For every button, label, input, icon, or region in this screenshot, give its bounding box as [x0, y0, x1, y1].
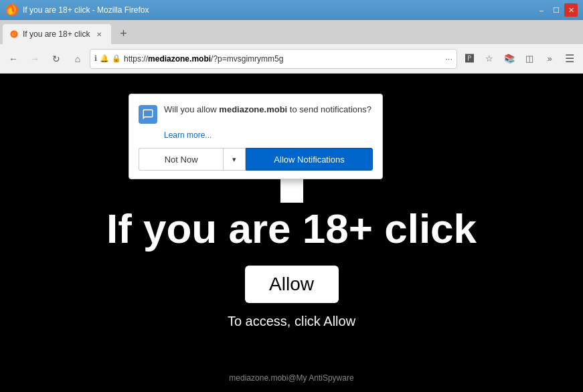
- active-tab[interactable]: If you are 18+ click ✕: [3, 24, 111, 44]
- bookmark-button[interactable]: ☆: [480, 50, 499, 68]
- allow-notifications-button[interactable]: Allow Notifications: [246, 148, 373, 171]
- main-heading: If you are 18+ click: [106, 206, 477, 252]
- tab-favicon-icon: [9, 29, 19, 39]
- url-bar[interactable]: ℹ 🔔 🔒 https://mediazone.mobi/?p=mvsgimry…: [90, 49, 457, 69]
- new-tab-button[interactable]: +: [114, 24, 133, 43]
- firefox-logo-icon: [5, 3, 19, 17]
- navigation-bar: ← → ↻ ⌂ ℹ 🔔 🔒 https://mediazone.mobi/?p=…: [0, 44, 583, 74]
- notification-icon: [139, 105, 157, 124]
- back-button[interactable]: ←: [4, 50, 23, 68]
- pocket-button[interactable]: 🅿: [460, 50, 479, 68]
- tab-bar: If you are 18+ click ✕ +: [0, 20, 583, 44]
- sidebar-button[interactable]: ◫: [520, 50, 539, 68]
- tab-close-button[interactable]: ✕: [94, 29, 104, 39]
- popup-buttons: Not Now ▾ Allow Notifications: [139, 148, 373, 171]
- svg-point-1: [10, 30, 17, 37]
- allow-button[interactable]: Allow: [245, 266, 339, 303]
- forward-button[interactable]: →: [25, 50, 44, 68]
- menu-button[interactable]: ☰: [560, 50, 579, 68]
- more-url-button[interactable]: ···: [445, 54, 452, 64]
- not-now-button[interactable]: Not Now: [139, 148, 223, 171]
- not-now-dropdown-button[interactable]: ▾: [223, 148, 246, 171]
- window-title: If you are 18+ click - Mozilla Firefox: [23, 5, 149, 15]
- title-bar: If you are 18+ click - Mozilla Firefox –…: [0, 0, 583, 20]
- info-icon: ℹ: [94, 54, 97, 63]
- refresh-button[interactable]: ↻: [47, 50, 66, 68]
- title-bar-controls: – ☐ ✕: [535, 3, 578, 17]
- tab-label: If you are 18+ click: [23, 29, 90, 39]
- sub-text: To access, click Allow: [228, 314, 355, 329]
- maximize-button[interactable]: ☐: [550, 3, 563, 17]
- permissions-icon: 🔔: [100, 54, 109, 63]
- popup-header: Will you allow mediazone.mobi to send no…: [139, 104, 373, 124]
- footer-text: mediazone.mobi@My AntiSpyware: [229, 373, 353, 383]
- learn-more-link[interactable]: Learn more...: [164, 130, 373, 140]
- title-bar-left: If you are 18+ click - Mozilla Firefox: [5, 3, 149, 17]
- home-button[interactable]: ⌂: [68, 50, 87, 68]
- close-button[interactable]: ✕: [564, 3, 578, 17]
- url-text: https://mediazone.mobi/?p=mvsgimrymm5g: [124, 54, 442, 64]
- more-tools-button[interactable]: »: [540, 50, 559, 68]
- dropdown-arrow-icon: ▾: [232, 155, 236, 164]
- minimize-button[interactable]: –: [535, 3, 548, 17]
- secure-icon: 🔒: [112, 54, 121, 63]
- popup-message: Will you allow mediazone.mobi to send no…: [164, 104, 371, 116]
- notification-popup: Will you allow mediazone.mobi to send no…: [129, 94, 383, 179]
- chat-icon: [142, 108, 154, 120]
- nav-right-icons: 🅿 ☆ 📚 ◫ » ☰: [460, 50, 579, 68]
- library-button[interactable]: 📚: [500, 50, 519, 68]
